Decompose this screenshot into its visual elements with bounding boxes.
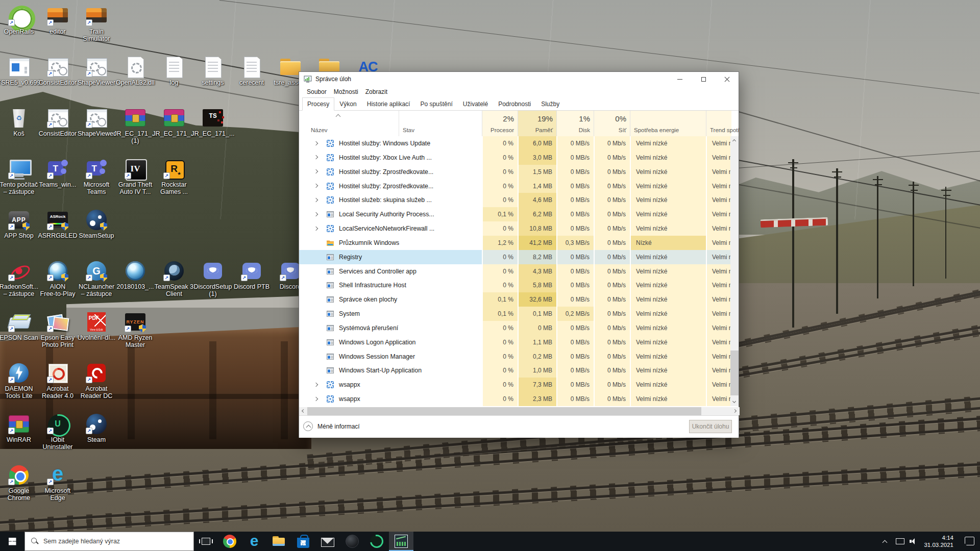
taskbar-clock[interactable]: 4:14 31.03.2021 xyxy=(924,534,953,548)
menu-zobrazit[interactable]: Zobrazit xyxy=(362,87,391,97)
search-input[interactable]: Sem zadejte hledaný výraz xyxy=(24,532,194,551)
process-row[interactable]: Průzkumník Windows1,2 %41,2 MB0,3 MB/s0 … xyxy=(299,236,731,250)
process-row[interactable]: Shell Infrastructure Host0 %5,8 MB0 MB/s… xyxy=(299,278,731,292)
desktop-icon-editor[interactable]: ↗editor xyxy=(39,5,77,27)
desktop-icon-winrar[interactable]: ↗WinRAR xyxy=(0,413,38,435)
column-header-network[interactable]: 0% Síť xyxy=(594,111,630,136)
horizontal-scroll-thumb[interactable] xyxy=(307,407,701,415)
expand-chevron-icon[interactable] xyxy=(314,383,318,387)
desktop-icon-jr-ec-171-[interactable]: TSJR_EC_171_... xyxy=(194,107,232,129)
horizontal-scrollbar[interactable] xyxy=(299,407,740,415)
tab-uživatelé[interactable]: Uživatelé xyxy=(458,97,493,111)
expand-chevron-icon[interactable] xyxy=(314,170,318,173)
desktop-icon-app-shop[interactable]: APP↗APP Shop xyxy=(0,209,38,231)
process-row[interactable]: Hostitel služeb: skupina služeb ...0 %4,… xyxy=(299,193,731,207)
desktop-icon-radeonsoft-[interactable]: ↗RadeonSoft... – zástupce xyxy=(0,260,38,282)
desktop-icon-discord-ptb[interactable]: ↗Discord PTB xyxy=(233,260,271,282)
desktop-icon-shapeviewer[interactable]: ↗ShapeViewer xyxy=(78,107,115,129)
expand-chevron-icon[interactable] xyxy=(314,397,318,401)
expand-chevron-icon[interactable] xyxy=(314,227,318,231)
desktop-icon-google[interactable]: ↗Google Chrome xyxy=(0,464,38,486)
column-header-status[interactable]: Stav xyxy=(399,111,482,136)
column-header-power[interactable]: Spotřeba energie xyxy=(630,111,706,136)
tab-podrobnosti[interactable]: Podrobnosti xyxy=(493,97,536,111)
desktop-icon-asrrgbled[interactable]: ASRock↗ASRRGBLED xyxy=(39,209,77,231)
taskbar-app-edge[interactable]: e xyxy=(242,532,266,551)
desktop-icon-daemon[interactable]: ↗DAEMON Tools Lite xyxy=(0,362,38,384)
close-button[interactable] xyxy=(715,72,739,86)
column-header-power-trend[interactable]: Trend spotř xyxy=(706,111,731,136)
desktop-icon-nclauncher[interactable]: G↗NCLauncher – zástupce xyxy=(78,260,115,282)
process-row[interactable]: Hostitel služby: Xbox Live Auth ...0 %3,… xyxy=(299,151,731,165)
taskbar-app-mail[interactable] xyxy=(315,532,340,551)
scroll-right-arrow[interactable] xyxy=(731,407,740,415)
desktop-icon-epson-easy[interactable]: ↗Epson Easy Photo Print xyxy=(39,311,77,333)
tab-služby[interactable]: Služby xyxy=(536,97,565,111)
desktop-icon-acrobat[interactable]: ↗Acrobat Reader DC xyxy=(78,362,115,384)
desktop-icon-consisteditor[interactable]: ↗ConsistEditor xyxy=(39,56,77,78)
taskbar-app-dark[interactable] xyxy=(340,532,364,551)
vertical-scrollbar[interactable] xyxy=(730,136,739,406)
tray-display-icon[interactable] xyxy=(895,536,905,546)
column-header-disk[interactable]: 1% Disk xyxy=(556,111,594,136)
task-view-button[interactable] xyxy=(194,532,217,551)
desktop-icon-rockstar[interactable]: R↗Rockstar Games ... xyxy=(155,158,193,180)
start-button[interactable] xyxy=(0,532,24,551)
desktop-icon-aion[interactable]: ↗AION Free-to-Play xyxy=(39,260,77,282)
desktop-icon-amd-ryzen[interactable]: RYZEN↗AMD Ryzen Master xyxy=(116,311,154,333)
desktop-icon-discordsetup[interactable]: DiscordSetup (1) xyxy=(194,260,232,282)
desktop-icon-openal32-dll[interactable]: OpenAL32.dll xyxy=(116,56,154,78)
tab-procesy[interactable]: Procesy xyxy=(302,97,334,111)
process-row[interactable]: Registry0 %8,2 MB0 MB/s0 Mb/sVelmi nízké… xyxy=(299,250,731,264)
scroll-up-arrow[interactable] xyxy=(730,136,739,144)
taskbar-app-chrome[interactable] xyxy=(217,532,242,551)
process-row[interactable]: wsappx0 %2,3 MB0 MB/s0 Mb/sVelmi nízkéVe… xyxy=(299,392,731,406)
vertical-scroll-thumb[interactable] xyxy=(730,350,739,395)
desktop-icon-acrobat[interactable]: ↗Acrobat Reader 4.0 xyxy=(39,362,77,384)
process-row[interactable]: Local Security Authority Process...0,1 %… xyxy=(299,207,731,221)
taskbar-app-store[interactable] xyxy=(291,532,315,551)
process-row[interactable]: Windows Session Manager0 %0,2 MB0 MB/s0 … xyxy=(299,349,731,364)
desktop-icon-log[interactable]: log xyxy=(155,56,193,78)
process-row[interactable]: Windows Logon Application0 %1,1 MB0 MB/s… xyxy=(299,335,731,349)
desktop-icon-grand-theft[interactable]: IV↗Grand Theft Auto IV T... xyxy=(116,158,154,180)
tab-historie-aplikací[interactable]: Historie aplikací xyxy=(362,97,415,111)
end-task-button[interactable]: Ukončit úlohu xyxy=(689,420,732,433)
process-row[interactable]: LocalServiceNoNetworkFirewall ...0 %10,8… xyxy=(299,221,731,236)
tray-expand-chevron[interactable] xyxy=(880,536,890,546)
taskbar-app-iobit[interactable] xyxy=(364,532,389,551)
taskbar-app-taskmgr[interactable] xyxy=(389,532,413,551)
process-row[interactable]: Systémová přerušení0 %0 MB0 MB/s0 Mb/sVe… xyxy=(299,321,731,335)
desktop-icon-openrails[interactable]: ↗OpenRails xyxy=(0,5,38,27)
minimize-button[interactable] xyxy=(668,72,692,86)
desktop-icon-steamsetup[interactable]: SteamSetup xyxy=(78,209,115,231)
scroll-down-arrow[interactable] xyxy=(730,398,739,406)
desktop-icon-microsoft[interactable]: T↗Microsoft Teams xyxy=(78,158,115,180)
desktop-icon-tento-po-ta-[interactable]: ↗Tento počítač – zástupce xyxy=(0,158,38,180)
desktop-icon-teams-win-[interactable]: T↗Teams_win... xyxy=(39,158,77,180)
process-row[interactable]: Services and Controller app0 %4,3 MB0 MB… xyxy=(299,264,731,279)
tab-výkon[interactable]: Výkon xyxy=(334,97,361,111)
titlebar[interactable]: Správce úloh xyxy=(299,72,739,86)
desktop-icon-settings[interactable]: settings xyxy=(194,56,232,78)
process-row[interactable]: System0,1 %0,1 MB0,2 MB/s0 Mb/sVelmi níz… xyxy=(299,307,731,321)
desktop-icon-epson-scan[interactable]: ↗EPSON Scan xyxy=(0,311,38,333)
desktop-icon-uvoln-n-d-[interactable]: PDFView & EditUvolnění-dí... xyxy=(78,311,115,333)
desktop-icon-jr-ec-171-[interactable]: JR_EC_171_... xyxy=(155,107,193,129)
menu-soubor[interactable]: Soubor xyxy=(303,87,330,97)
desktop-icon-steam[interactable]: ↗Steam xyxy=(78,413,115,435)
maximize-button[interactable] xyxy=(692,72,715,86)
desktop-icon-shapeviewer[interactable]: ↗ShapeViewer xyxy=(78,56,115,78)
desktop-icon-tsre5-v0-699[interactable]: TSRE5_v0.699 xyxy=(0,56,38,78)
desktop-icon-cerecent[interactable]: cerecent xyxy=(233,56,271,78)
less-info-toggle[interactable]: Méně informací xyxy=(303,421,360,431)
process-row[interactable]: Windows Start-Up Application0 %1,0 MB0 M… xyxy=(299,363,731,378)
desktop-icon-train[interactable]: ↗Train Simulator xyxy=(78,5,115,27)
process-row[interactable]: Hostitel služby: Windows Update0 %6,0 MB… xyxy=(299,136,731,151)
desktop-icon-jr-ec-171-[interactable]: JR_EC_171_... (1) xyxy=(116,107,154,129)
column-header-memory[interactable]: 19% Paměť xyxy=(518,111,556,136)
column-header-cpu[interactable]: 2% Procesor xyxy=(482,111,518,136)
process-row[interactable]: Správce oken plochy0,1 %32,6 MB0 MB/s0 M… xyxy=(299,292,731,307)
desktop-icon-ko-[interactable]: Koš xyxy=(0,107,38,129)
process-row[interactable]: Hostitel služby: Zprostředkovate...0 %1,… xyxy=(299,179,731,193)
